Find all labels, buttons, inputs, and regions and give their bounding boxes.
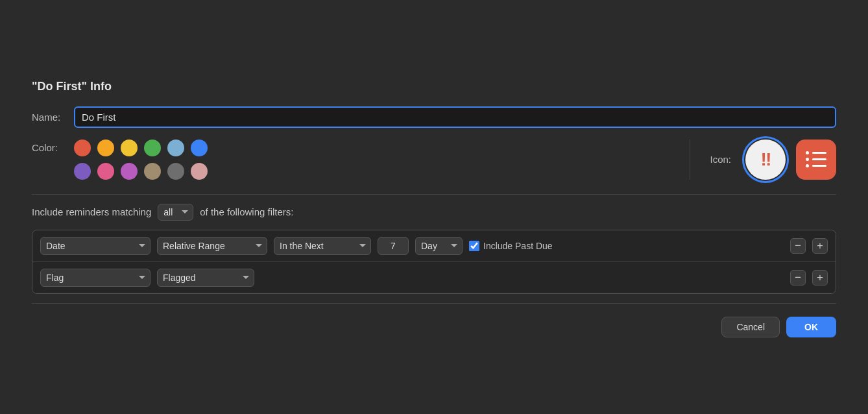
color-green[interactable] [144, 140, 161, 156]
filters-container: Date Flag Priority Location Relative Ran… [32, 230, 836, 294]
color-label-row: Color: [32, 140, 670, 156]
list-bar [812, 152, 826, 154]
filter-range-1[interactable]: In the Next In the Last [274, 237, 371, 255]
list-line-3 [806, 164, 826, 167]
list-bar [812, 165, 826, 167]
list-dot [806, 164, 809, 167]
all-select[interactable]: all any [158, 204, 193, 221]
color-row-2 [74, 163, 670, 180]
color-blue[interactable] [191, 140, 208, 156]
name-input[interactable] [74, 106, 836, 128]
list-line-1 [806, 151, 826, 154]
bottom-buttons: Cancel OK [32, 317, 836, 337]
color-light-pink[interactable] [191, 163, 208, 180]
filter-row-1: Date Flag Priority Location Relative Ran… [32, 230, 836, 262]
dialog: "Do First" Info Name: Color: [12, 62, 856, 353]
color-yellow[interactable] [121, 140, 138, 156]
filter-number-1[interactable] [378, 237, 409, 255]
include-past-due-label[interactable]: Include Past Due [469, 241, 553, 251]
list-dot [806, 151, 809, 154]
add-filter-button[interactable]: + [812, 238, 828, 254]
color-magenta[interactable] [121, 163, 138, 180]
color-tan[interactable] [144, 163, 161, 180]
icon-exclaim[interactable]: ‼ [745, 140, 786, 180]
include-past-due-text: Include Past Due [483, 241, 553, 251]
color-label: Color: [32, 142, 74, 153]
divider-1 [32, 194, 836, 195]
vertical-divider [690, 140, 690, 180]
color-section: Color: [32, 140, 670, 180]
dialog-title: "Do First" Info [32, 80, 836, 93]
filter-condition-2[interactable]: Flagged Not Flagged [157, 269, 254, 287]
list-line-2 [806, 158, 826, 161]
color-orange[interactable] [97, 140, 114, 156]
ok-button[interactable]: OK [786, 317, 836, 337]
cancel-button[interactable]: Cancel [721, 317, 780, 337]
divider-2 [32, 303, 836, 304]
color-pink[interactable] [97, 163, 114, 180]
icon-list[interactable] [796, 140, 836, 180]
list-bar [812, 158, 826, 160]
exclaim-symbol: ‼ [761, 149, 771, 170]
color-light-blue[interactable] [167, 140, 184, 156]
filter-prefix: Include reminders matching [32, 206, 151, 217]
name-label: Name: [32, 112, 74, 123]
add-filter-2-button[interactable]: + [812, 270, 828, 286]
name-row: Name: [32, 106, 836, 128]
filter-suffix: of the following filters: [200, 206, 293, 217]
color-gray[interactable] [167, 163, 184, 180]
list-lines-icon [806, 151, 826, 167]
list-dot [806, 158, 809, 161]
color-icon-row: Color: Icon: [32, 140, 836, 180]
filter-condition-1[interactable]: Relative Range Is Is Before Is After [157, 237, 267, 255]
color-red[interactable] [74, 140, 91, 156]
filter-header: Include reminders matching all any of th… [32, 204, 836, 221]
icon-section: Icon: ‼ [710, 140, 836, 180]
color-purple[interactable] [74, 163, 91, 180]
color-row-1 [74, 140, 208, 156]
filter-type-1[interactable]: Date Flag Priority Location [40, 237, 151, 255]
icon-label: Icon: [710, 154, 731, 165]
include-past-due-checkbox[interactable] [469, 241, 479, 251]
filter-unit-1[interactable]: Day Week Month Year [415, 237, 463, 255]
remove-filter-2-button[interactable]: − [790, 270, 806, 286]
remove-filter-1-button[interactable]: − [790, 238, 806, 254]
filter-type-2[interactable]: Date Flag Priority Location [40, 269, 151, 287]
filter-row-2: Date Flag Priority Location Flagged Not … [32, 262, 836, 293]
